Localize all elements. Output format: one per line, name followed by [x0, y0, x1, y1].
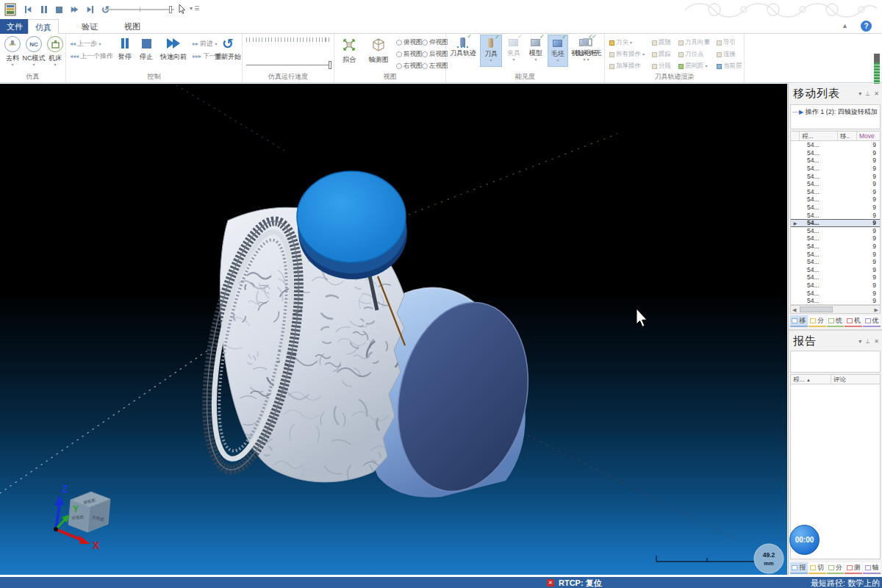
layer-spacing-render-button[interactable]: 层间距▾	[678, 62, 708, 71]
viewport-3d[interactable]: 俯视图 前视图 右视图 Z X Y	[0, 84, 787, 575]
pin-icon[interactable]: ⊥	[865, 338, 870, 345]
report-tab-分[interactable]: 分	[827, 562, 845, 574]
playback-speed-slider[interactable]	[104, 9, 174, 10]
help-button[interactable]: ?	[861, 21, 872, 32]
fast-forward-button[interactable]	[68, 4, 81, 15]
bottom-view-button[interactable]: 仰视图	[422, 38, 448, 47]
move-list-row[interactable]: 54...9	[791, 258, 880, 266]
col-comment[interactable]: 评论	[831, 375, 880, 384]
move-list-row[interactable]: 54...9	[791, 297, 880, 305]
all-operations-render-button[interactable]: 所有操作▾	[609, 50, 645, 59]
tab-simulation[interactable]: 仿真	[28, 19, 59, 34]
pause-button[interactable]	[37, 4, 50, 15]
tab-view[interactable]: 视图	[118, 19, 147, 34]
front-view-button[interactable]: 前视图	[396, 50, 423, 59]
move-list-row[interactable]: 54...9	[791, 180, 880, 188]
report-tab-切[interactable]: 切	[808, 562, 826, 574]
skip-to-start-button[interactable]	[22, 4, 35, 15]
pause-sim-button[interactable]: 暂停	[115, 37, 135, 62]
cursor-mode-icon[interactable]	[179, 4, 186, 14]
movelist-tab-统[interactable]: 统	[827, 315, 845, 327]
col-move[interactable]: 移..	[838, 132, 857, 140]
move-list-row[interactable]: 54...9	[791, 149, 880, 157]
connect-render-button[interactable]: 连接	[717, 50, 736, 59]
stop-button[interactable]	[53, 4, 65, 15]
report-tab-轴[interactable]: 轴	[863, 562, 881, 574]
hscroll-thumb[interactable]	[800, 306, 833, 312]
move-list-row[interactable]: 54...9	[791, 243, 880, 251]
move-list-row[interactable]: 54...9	[791, 204, 880, 212]
stock-visibility-button[interactable]: ✓ 毛坯▾	[548, 35, 568, 67]
qat-more-icon[interactable]: ▾ ☰	[190, 5, 199, 12]
prev-operation-button[interactable]: ◂◂◂上一个操作	[70, 51, 113, 61]
report-body[interactable]: 00:00	[790, 384, 881, 559]
elapsed-timer-badge[interactable]: 00:00	[789, 525, 820, 555]
move-list-hscrollbar[interactable]: ◀ ▶	[790, 305, 881, 314]
scroll-right-icon[interactable]: ▶	[875, 306, 878, 313]
move-table-body[interactable]: 54...954...954...954...954...954...954..…	[790, 141, 881, 305]
tab-verify[interactable]: 验证	[75, 19, 104, 34]
fast-forward-sim-button[interactable]: 快速向前	[157, 37, 190, 62]
tool-vector-render-button[interactable]: 刀具向量	[678, 38, 710, 47]
prev-step-button[interactable]: ◂◂上一步 ▾	[70, 39, 101, 49]
report-filter-box[interactable]	[790, 351, 881, 373]
left-view-button[interactable]: 左视图	[422, 62, 448, 71]
move-list-row[interactable]: ▶54...9	[791, 219, 880, 227]
machine-button[interactable]: 机床▾	[43, 36, 68, 67]
move-list-row[interactable]: 54...9	[791, 196, 880, 204]
collapse-ribbon-icon[interactable]: ▲	[842, 22, 848, 29]
tool-visibility-button[interactable]: ✓ 刀具▾	[480, 35, 502, 67]
col-program[interactable]: 程...	[800, 132, 838, 140]
move-list-row[interactable]: 54...9	[791, 141, 880, 149]
move-list-row[interactable]: 54...9	[791, 289, 880, 297]
tool-location-render-button[interactable]: 刀位点	[678, 50, 704, 59]
close-icon[interactable]: ✕	[874, 338, 879, 345]
track-render-button[interactable]: 跟踪	[652, 50, 671, 59]
operation-tree-item[interactable]: 操作 1 (2): 四轴旋转精加	[806, 108, 878, 115]
follow-render-button[interactable]: 跟随	[652, 38, 671, 47]
speed-slider[interactable]	[246, 65, 331, 65]
move-list-row[interactable]: 54...9	[791, 165, 880, 173]
move-list-row[interactable]: 54...9	[791, 172, 880, 180]
stop-sim-button[interactable]: 停止	[136, 37, 157, 62]
back-view-button[interactable]: 后视图	[422, 50, 448, 59]
speed-slider-thumb[interactable]	[329, 61, 331, 69]
close-icon[interactable]: ✕	[874, 90, 879, 97]
segment-render-button[interactable]: 分段	[652, 62, 671, 71]
fixture-visibility-button[interactable]: ✓ 夹具▾	[503, 35, 524, 67]
slider-thumb[interactable]	[169, 6, 172, 13]
restart-sim-button[interactable]: ↺ 重新开始	[213, 37, 243, 62]
tooltip-render-button[interactable]: 刀尖▾	[609, 38, 632, 47]
model-visibility-button[interactable]: ✓ 模型▾	[526, 35, 546, 67]
axis-gizmo[interactable]: 俯视图 前视图 右视图 Z X Y	[54, 483, 110, 551]
movelist-tab-分[interactable]: 分	[808, 315, 826, 327]
movelist-tab-优[interactable]: 优	[863, 315, 881, 327]
move-list-row[interactable]: 54...9	[791, 211, 880, 219]
toolpath-visibility-button[interactable]: ✓ 刀具轨迹	[448, 35, 478, 67]
pin-icon[interactable]: ⊥	[865, 90, 870, 97]
fit-view-button[interactable]: 拟合	[337, 36, 362, 65]
move-list-row[interactable]: 54...9	[791, 250, 880, 258]
move-list-row[interactable]: 54...9	[791, 282, 880, 290]
panel-menu-icon[interactable]: ▾	[858, 90, 861, 97]
top-view-button[interactable]: 俯视图	[396, 38, 423, 47]
right-view-button[interactable]: 右视图	[396, 62, 423, 71]
current-layer-render-button[interactable]: 当前层	[717, 62, 742, 71]
skip-to-end-button[interactable]	[84, 4, 96, 15]
move-list-row[interactable]: 54...9	[791, 234, 880, 243]
report-tab-报[interactable]: 报	[790, 562, 808, 574]
move-list-row[interactable]: 54...9	[791, 266, 880, 274]
tab-file[interactable]: 文件	[0, 19, 29, 34]
isometric-view-button[interactable]: 轴测图	[364, 36, 393, 65]
scroll-left-icon[interactable]: ◀	[792, 306, 796, 313]
panel-menu-icon[interactable]: ▾	[858, 338, 861, 345]
guide-render-button[interactable]: 导引	[717, 38, 736, 47]
report-tab-测[interactable]: 测	[845, 562, 862, 574]
movelist-tab-机[interactable]: 机	[845, 315, 862, 327]
col-move2[interactable]: Move	[857, 132, 879, 140]
thicken-operations-render-button[interactable]: 加厚操作	[609, 62, 641, 71]
move-list-row[interactable]: 54...9	[791, 273, 880, 282]
move-list-row[interactable]: 54...9	[791, 227, 880, 235]
move-list-row[interactable]: 54...9	[791, 188, 880, 196]
machine-housing-button[interactable]: ✓ 机床外壳▾	[573, 35, 603, 67]
